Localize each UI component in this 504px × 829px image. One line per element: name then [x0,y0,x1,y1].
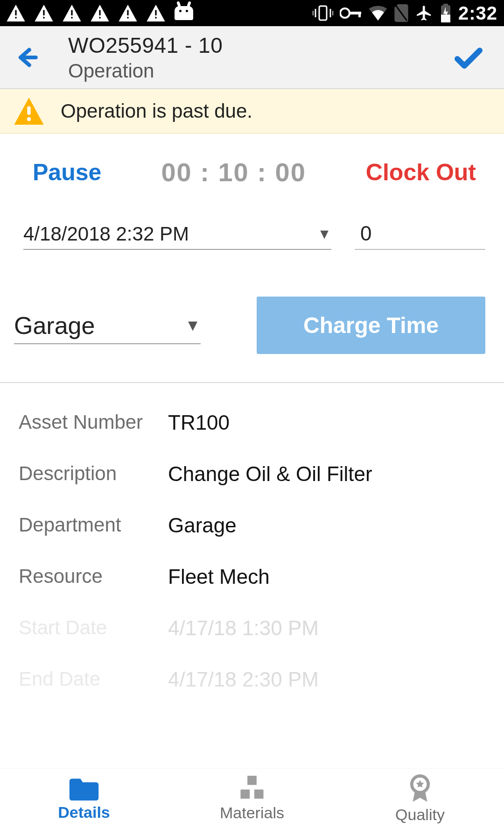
detail-row-resource: Resource Fleet Mech [19,551,485,602]
details-list: Asset Number TR100 Description Change Oi… [0,383,504,719]
svg-rect-11 [155,17,156,18]
detail-label: Asset Number [19,411,168,434]
android-statusbar: 2:32 [0,0,504,26]
notification-warning-icon [91,5,109,21]
warning-icon [14,98,44,125]
svg-point-25 [27,117,31,121]
notification-warning-icon [147,5,165,21]
svg-rect-10 [155,10,156,15]
no-sim-icon [394,4,409,22]
svg-rect-2 [43,10,44,15]
statusbar-clock: 2:32 [458,3,497,24]
chevron-down-icon: ▼ [317,226,331,242]
bottom-tab-bar: Details Materials Quality [0,768,504,829]
svg-rect-22 [443,4,448,6]
page-subtitle: Operation [68,60,223,82]
detail-value: 4/17/18 1:30 PM [168,616,319,640]
detail-value: Fleet Mech [168,565,270,588]
banner-message: Operation is past due. [61,100,252,122]
past-due-banner: Operation is past due. [0,89,504,134]
detail-label: Description [19,462,168,486]
detail-row-description: Description Change Oil & Oil Filter [19,448,485,500]
svg-rect-28 [254,789,264,799]
svg-rect-9 [127,17,128,18]
app-header: WO255941 - 10 Operation [0,26,504,89]
tab-materials[interactable]: Materials [168,769,336,829]
tab-label: Quality [395,806,445,824]
page-title: WO255941 - 10 [68,33,223,58]
svg-rect-27 [240,789,250,799]
notification-warning-icon [35,5,53,21]
svg-rect-4 [71,10,72,15]
detail-label: Resource [19,565,168,588]
award-ribbon-icon [407,774,433,803]
vibrate-icon [313,5,333,21]
notification-warning-icon [7,5,25,21]
blocks-icon [238,776,266,801]
airplane-mode-icon [415,4,433,22]
tab-details[interactable]: Details [0,769,168,829]
folder-icon [69,776,99,801]
svg-rect-7 [99,17,100,18]
confirm-button[interactable] [452,41,495,74]
elapsed-timer: 00 : 10 : 00 [161,157,306,187]
detail-value: Change Oil & Oil Filter [168,462,372,486]
battery-charging-icon [440,4,452,22]
svg-rect-24 [27,106,30,114]
tab-quality[interactable]: Quality [336,769,504,829]
android-debug-icon [175,6,193,20]
datetime-select[interactable]: 4/18/2018 2:32 PM ▼ [23,216,331,250]
back-button[interactable] [14,44,40,71]
svg-rect-8 [127,10,128,15]
svg-rect-5 [71,17,72,18]
notification-warning-icon [63,5,81,21]
charge-time-button[interactable]: Charge Time [257,297,485,354]
hours-input[interactable]: 0 [355,215,485,250]
detail-value: TR100 [168,411,230,434]
detail-label: Start Date [19,616,168,640]
svg-rect-0 [15,10,16,15]
tab-label: Details [58,803,110,822]
svg-rect-3 [43,17,44,18]
svg-rect-1 [15,17,16,18]
department-select[interactable]: Garage ▼ [14,307,201,344]
detail-value: Garage [168,514,237,537]
detail-row-department: Department Garage [19,500,485,551]
pause-button[interactable]: Pause [33,159,101,186]
svg-point-17 [340,8,350,18]
detail-label: Department [19,514,168,537]
detail-row-asset-number: Asset Number TR100 [19,397,485,448]
svg-rect-6 [99,10,100,15]
tab-label: Materials [220,804,284,822]
department-value: Garage [14,312,95,340]
notification-warning-icon [119,5,137,21]
clock-out-button[interactable]: Clock Out [366,159,476,186]
chevron-down-icon: ▼ [185,316,201,334]
svg-rect-26 [247,776,257,785]
vpn-key-icon [340,7,362,19]
svg-rect-12 [319,6,327,20]
wifi-icon [369,6,387,21]
scroll-fade [0,675,504,768]
svg-rect-19 [358,12,361,17]
datetime-value: 4/18/2018 2:32 PM [23,223,189,245]
detail-row-start-date: Start Date 4/17/18 1:30 PM [19,602,485,654]
